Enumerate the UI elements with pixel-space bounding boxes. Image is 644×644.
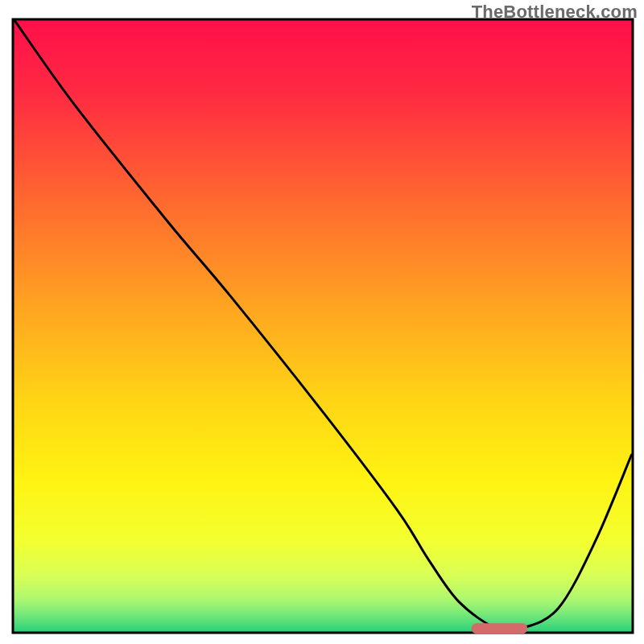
chart-svg xyxy=(0,0,644,644)
watermark-text: TheBottleneck.com xyxy=(472,2,638,23)
plot-background xyxy=(13,19,633,633)
chart-container: TheBottleneck.com xyxy=(0,0,644,644)
highlight-marker xyxy=(472,623,527,634)
